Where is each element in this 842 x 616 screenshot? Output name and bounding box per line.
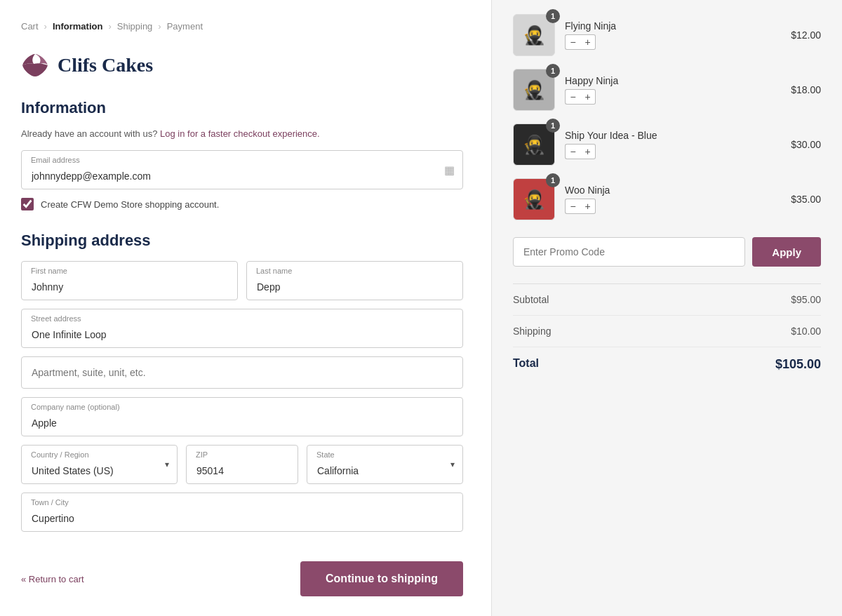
- breadcrumb: Cart › Information › Shipping › Payment: [21, 21, 463, 32]
- product-price: $12.00: [791, 29, 821, 41]
- email-field-group: Email address ▦: [21, 150, 463, 189]
- product-info: Woo Ninja − +: [565, 185, 781, 214]
- country-group: Country / Region United States (US) ▾: [21, 445, 178, 484]
- shipping-title: Shipping address: [21, 232, 463, 250]
- qty-increase-button[interactable]: +: [580, 144, 596, 159]
- street-address-group: Street address: [21, 309, 463, 348]
- promo-row: Apply: [513, 237, 821, 267]
- product-name: Woo Ninja: [565, 185, 781, 196]
- shipping-cost-label: Shipping: [513, 326, 552, 337]
- totals: Subtotal $95.00 Shipping $10.00 Total $1…: [513, 283, 821, 382]
- last-name-input[interactable]: [246, 261, 463, 300]
- product-list: 🥷 1 Flying Ninja − + $12.00 🥷 1 Happy: [513, 14, 821, 220]
- left-footer: Copyright © 2020, CFW Demo Store. All ri…: [21, 596, 463, 616]
- breadcrumb-information: Information: [53, 21, 103, 32]
- shipping-cost-value: $10.00: [791, 326, 821, 337]
- country-select[interactable]: United States (US): [21, 445, 178, 484]
- qty-increase-button[interactable]: +: [580, 34, 596, 50]
- qty-controls: − +: [565, 34, 781, 50]
- qty-decrease-button[interactable]: −: [565, 89, 580, 105]
- product-info: Flying Ninja − +: [565, 20, 781, 50]
- apt-input[interactable]: [21, 356, 463, 389]
- product-price: $30.00: [791, 139, 821, 150]
- product-item: 🥷 1 Happy Ninja − + $18.00: [513, 69, 821, 111]
- qty-increase-button[interactable]: +: [580, 89, 596, 105]
- breadcrumb-sep-3: ›: [158, 21, 161, 32]
- breadcrumb-cart[interactable]: Cart: [21, 21, 39, 32]
- zip-group: ZIP: [186, 445, 298, 484]
- form-actions: « Return to cart Continue to shipping: [21, 561, 463, 596]
- product-badge: 1: [546, 173, 560, 187]
- city-group: Town / City: [21, 493, 463, 532]
- total-value: $105.00: [775, 357, 821, 372]
- email-icon: ▦: [444, 163, 455, 177]
- product-badge: 1: [546, 119, 560, 133]
- qty-decrease-button[interactable]: −: [565, 144, 580, 159]
- product-emoji: 🥷: [523, 79, 545, 101]
- account-prompt: Already have an account with us? Log in …: [21, 128, 463, 139]
- city-input[interactable]: [21, 493, 463, 532]
- product-name: Ship Your Idea - Blue: [565, 130, 781, 141]
- product-name: Happy Ninja: [565, 75, 781, 86]
- qty-increase-button[interactable]: +: [580, 199, 596, 214]
- qty-decrease-button[interactable]: −: [565, 34, 580, 50]
- qty-controls: − +: [565, 89, 781, 105]
- qty-controls: − +: [565, 199, 781, 214]
- product-price: $35.00: [791, 194, 821, 205]
- first-name-group: First name: [21, 261, 238, 300]
- breadcrumb-shipping[interactable]: Shipping: [117, 21, 153, 32]
- return-to-cart-link[interactable]: « Return to cart: [21, 574, 84, 584]
- breadcrumb-payment[interactable]: Payment: [167, 21, 203, 32]
- product-image-wrap: 🥷 1: [513, 14, 555, 56]
- qty-decrease-button[interactable]: −: [565, 199, 580, 214]
- logo-icon: [21, 53, 49, 78]
- last-name-group: Last name: [246, 261, 463, 300]
- state-group: State California ▾: [307, 445, 463, 484]
- breadcrumb-sep-2: ›: [108, 21, 111, 32]
- name-row: First name Last name: [21, 261, 463, 300]
- apply-promo-button[interactable]: Apply: [752, 237, 821, 267]
- product-image-wrap: 🥷 1: [513, 69, 555, 111]
- subtotal-value: $95.00: [791, 294, 821, 305]
- create-account-checkbox[interactable]: [21, 198, 34, 210]
- company-input[interactable]: [21, 397, 463, 436]
- product-info: Happy Ninja − +: [565, 75, 781, 105]
- state-select[interactable]: California: [307, 445, 463, 484]
- qty-controls: − +: [565, 144, 781, 159]
- page-title: Information: [21, 99, 463, 117]
- zip-input[interactable]: [186, 445, 298, 484]
- shipping-address-section: Shipping address First name Last name St…: [21, 232, 463, 540]
- product-emoji: 🥷: [523, 25, 545, 46]
- email-input[interactable]: [21, 150, 463, 189]
- total-label: Total: [513, 357, 539, 372]
- create-account-row: Create CFW Demo Store shopping account.: [21, 198, 463, 210]
- product-image-wrap: 🥷 1: [513, 123, 555, 166]
- first-name-input[interactable]: [21, 261, 238, 300]
- company-group: Company name (optional): [21, 397, 463, 436]
- create-account-label[interactable]: Create CFW Demo Store shopping account.: [41, 199, 219, 210]
- product-image-wrap: 🥷 1: [513, 178, 555, 220]
- logo-text: Clifs Cakes: [58, 54, 153, 76]
- subtotal-row: Subtotal $95.00: [513, 284, 821, 316]
- right-panel: 🥷 1 Flying Ninja − + $12.00 🥷 1 Happy: [491, 0, 842, 616]
- product-info: Ship Your Idea - Blue − +: [565, 130, 781, 159]
- logo: Clifs Cakes: [21, 53, 463, 78]
- product-name: Flying Ninja: [565, 20, 781, 32]
- left-panel: Cart › Information › Shipping › Payment …: [0, 0, 491, 616]
- product-price: $18.00: [791, 84, 821, 95]
- continue-to-shipping-button[interactable]: Continue to shipping: [300, 561, 463, 596]
- product-badge: 1: [546, 64, 560, 78]
- product-badge: 1: [546, 9, 560, 23]
- login-link[interactable]: Log in for a faster checkout experience.: [160, 128, 320, 139]
- street-input[interactable]: [21, 309, 463, 348]
- promo-input[interactable]: [513, 237, 745, 267]
- apt-group: [21, 356, 463, 389]
- subtotal-label: Subtotal: [513, 294, 549, 305]
- breadcrumb-sep-1: ›: [44, 21, 47, 32]
- product-item: 🥷 1 Ship Your Idea - Blue − + $30.00: [513, 123, 821, 166]
- product-emoji: 🥷: [523, 189, 545, 210]
- location-row: Country / Region United States (US) ▾ ZI…: [21, 445, 463, 484]
- product-emoji: 🥷: [523, 134, 545, 156]
- grand-total-row: Total $105.00: [513, 347, 821, 382]
- shipping-row: Shipping $10.00: [513, 316, 821, 347]
